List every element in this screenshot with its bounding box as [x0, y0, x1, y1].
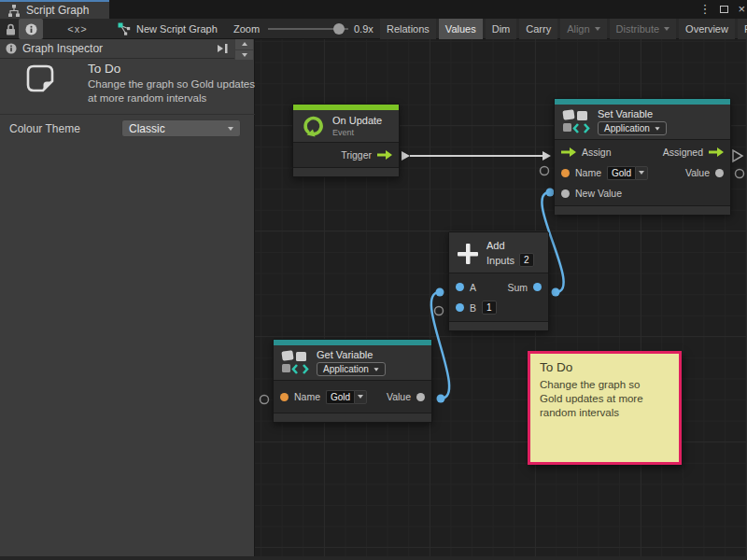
- zoom-slider-handle[interactable]: [333, 23, 345, 35]
- node-get-variable[interactable]: Get Variable Application Name Gold: [273, 339, 432, 423]
- port-get-variable-value-out[interactable]: [437, 395, 445, 403]
- name-port-label: Name: [575, 167, 601, 178]
- name-port-dot[interactable]: [280, 393, 289, 401]
- colour-theme-dropdown[interactable]: Classic: [121, 119, 241, 137]
- tab-script-graph[interactable]: Script Graph: [0, 0, 109, 19]
- exec-wire-source-arrow[interactable]: [402, 151, 410, 161]
- port-add-b-in[interactable]: [435, 307, 444, 315]
- node-ports: A Sum B 1: [449, 273, 548, 322]
- sticky-note-icon: [24, 63, 56, 94]
- value-port-dot[interactable]: [416, 393, 425, 401]
- node-footer: [555, 206, 730, 215]
- zoom-slider[interactable]: [268, 19, 348, 39]
- port-get-variable-name-in[interactable]: [261, 396, 269, 404]
- value-port-label: Value: [685, 167, 710, 178]
- variable-name-dropdown[interactable]: Gold: [326, 390, 367, 404]
- assigned-port-label: Assigned: [663, 147, 703, 158]
- sticky-note[interactable]: To Do Change the graph so Gold updates a…: [528, 351, 682, 465]
- name-port-label: Name: [294, 391, 320, 402]
- dropdown-tab[interactable]: [354, 390, 367, 404]
- sticky-note-title: To Do: [540, 360, 669, 374]
- values-button[interactable]: Values: [439, 19, 483, 39]
- variable-scope-dropdown[interactable]: Application: [317, 362, 386, 376]
- value-wire-gold-to-a[interactable]: [431, 292, 449, 399]
- new-value-port-dot[interactable]: [561, 189, 570, 198]
- a-port-dot[interactable]: [456, 283, 464, 291]
- scope-value: Application: [323, 364, 369, 374]
- overview-label: Overview: [685, 19, 728, 39]
- exec-out-arrow-icon[interactable]: [709, 147, 724, 157]
- values-label: Values: [445, 19, 476, 39]
- assign-port-label: Assign: [582, 147, 612, 158]
- node-add[interactable]: Add Inputs 2 A Sum B: [448, 231, 549, 331]
- port-row-a-sum: A Sum: [449, 277, 548, 298]
- colour-theme-label: Colour Theme: [9, 122, 80, 135]
- variable-name-value: Gold: [607, 166, 635, 180]
- fullscreen-button[interactable]: Full S: [738, 19, 747, 39]
- port-row-name: Name Gold Value: [555, 162, 730, 183]
- relations-button[interactable]: Relations: [380, 19, 436, 39]
- panel-scroll-widget: [235, 39, 253, 60]
- graph-tab-icon: [7, 5, 21, 17]
- dropdown-tab[interactable]: [635, 166, 648, 180]
- port-set-variable-value-out[interactable]: [736, 170, 744, 178]
- graph-canvas[interactable]: On Update Event Trigger: [255, 39, 747, 560]
- inspector-note-title: To Do: [88, 62, 120, 76]
- menu-kebab-icon[interactable]: ⋮: [698, 0, 711, 19]
- dropdown-arrow-icon: [639, 171, 644, 175]
- value-port-dot[interactable]: [715, 169, 724, 177]
- node-header[interactable]: Set Variable Application: [555, 105, 730, 139]
- node-header[interactable]: On Update Event: [293, 110, 399, 142]
- lock-button[interactable]: [2, 19, 19, 39]
- carry-button[interactable]: Carry: [519, 19, 557, 39]
- overview-button[interactable]: Overview: [679, 19, 735, 39]
- inspector-toggle-button[interactable]: [19, 19, 43, 39]
- sum-port-dot[interactable]: [533, 283, 542, 291]
- port-add-sum-out[interactable]: [552, 288, 560, 297]
- variables-icon: [281, 349, 309, 376]
- dropdown-arrow-icon: [664, 27, 669, 31]
- dock-panel-icon[interactable]: [216, 43, 229, 54]
- variable-name-dropdown[interactable]: Gold: [607, 166, 648, 180]
- exec-out-arrow-icon[interactable]: [377, 150, 392, 160]
- node-title: On Update: [332, 115, 382, 126]
- port-add-a-in[interactable]: [436, 288, 444, 297]
- scroll-up-button[interactable]: [235, 39, 253, 49]
- relations-label: Relations: [387, 19, 430, 39]
- code-preview-button[interactable]: <x>: [62, 19, 93, 39]
- dropdown-arrow-icon: [374, 368, 378, 371]
- node-set-variable[interactable]: Set Variable Application Assign Assigned: [554, 98, 731, 215]
- node-on-update[interactable]: On Update Event Trigger: [292, 104, 400, 177]
- script-graph-window: Script Graph ⋮ × <x>: [0, 0, 747, 560]
- new-value-port-label: New Value: [575, 188, 622, 199]
- b-value-field[interactable]: 1: [482, 301, 497, 315]
- dim-button[interactable]: Dim: [486, 19, 517, 39]
- variable-scope-dropdown[interactable]: Application: [598, 121, 667, 135]
- port-set-variable-name-in[interactable]: [541, 167, 549, 175]
- trigger-port-label: Trigger: [341, 149, 372, 161]
- zoom-value: 0.9x: [354, 19, 374, 39]
- arrow-up-icon: [242, 42, 247, 46]
- plus-icon: [457, 243, 479, 265]
- b-port-label: B: [470, 302, 476, 314]
- inputs-row: Inputs 2: [486, 253, 534, 267]
- node-ports: Name Gold Value: [274, 380, 431, 413]
- graph-inspector-header[interactable]: Graph Inspector: [0, 39, 234, 59]
- new-script-graph-button[interactable]: New Script Graph: [118, 19, 218, 39]
- scroll-down-button[interactable]: [235, 50, 253, 61]
- dropdown-arrow-icon: [358, 395, 363, 399]
- inputs-count-field[interactable]: 2: [519, 253, 534, 267]
- info-icon: [25, 23, 37, 35]
- maximize-icon[interactable]: [720, 6, 728, 13]
- node-header[interactable]: Add Inputs 2: [449, 232, 548, 273]
- toolbar-buttons: Relations Values Dim Carry Align Distrib…: [380, 19, 747, 39]
- node-header[interactable]: Get Variable Application: [274, 345, 431, 380]
- port-set-variable-assigned-out[interactable]: [733, 150, 742, 161]
- name-port-dot[interactable]: [561, 169, 570, 177]
- b-port-dot[interactable]: [456, 303, 464, 312]
- tab-label: Script Graph: [26, 4, 89, 17]
- exec-wire-head-arrow[interactable]: [543, 151, 551, 161]
- exec-in-arrow-icon[interactable]: [561, 147, 576, 157]
- close-icon[interactable]: ×: [738, 0, 745, 19]
- inspector-note-body: Change the graph so Gold updates at more…: [88, 77, 260, 105]
